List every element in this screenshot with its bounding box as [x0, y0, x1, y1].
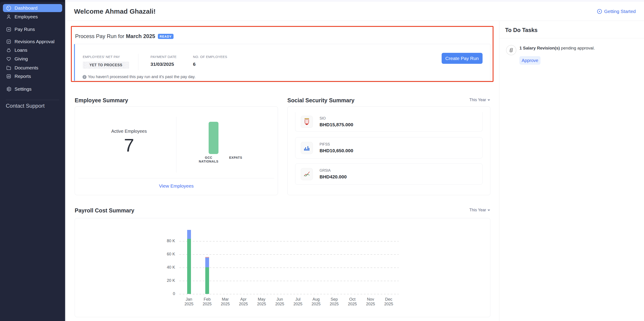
active-employees-count: 7 [75, 136, 183, 155]
sidebar-item-label: Pay Runs [14, 27, 35, 32]
chart-month-label: Feb 2025 [198, 297, 216, 306]
reports-icon [6, 73, 12, 79]
info-icon [82, 75, 86, 79]
social-row-label: SIO [320, 116, 353, 120]
sidebar-item-label: Loans [14, 48, 27, 53]
pay-run-title: Process Pay Run forMarch 2025 READY [75, 33, 174, 39]
employees-icon [6, 14, 12, 20]
social-row-label: GRSIA [320, 169, 346, 173]
chart-ytick-label: 40 K [160, 265, 175, 270]
sidebar-item-dashboard[interactable]: Dashboard [3, 4, 62, 12]
approve-button[interactable]: Approve [520, 56, 540, 65]
chart-month-label: Oct 2025 [343, 297, 362, 306]
chart-month-label: Sep 2025 [325, 297, 344, 306]
payroll-cost-card: 80 K60 K40 K20 K0Jan 2025Feb 2025Mar 202… [75, 218, 490, 317]
card-divider [78, 178, 274, 178]
vertical-divider [176, 117, 176, 173]
dashboard-icon [6, 5, 12, 11]
chart-month-label: Apr 2025 [234, 297, 253, 306]
revisions-approval-icon [6, 39, 12, 45]
chart-month-label: Nov 2025 [361, 297, 380, 306]
view-employees-link[interactable]: View Employees [75, 183, 278, 189]
chevron-down-icon [488, 99, 490, 101]
column-divider [138, 54, 138, 70]
chart-month-label: Jul 2025 [289, 297, 307, 306]
sidebar-divider [6, 100, 59, 100]
active-employees-label: Active Employees [75, 129, 183, 134]
social-row-value: BHD10,650.000 [320, 148, 353, 153]
play-circle-icon [597, 9, 602, 14]
chart-month-label: Dec 2025 [380, 297, 398, 306]
chart-month-label: Aug 2025 [307, 297, 325, 306]
payroll-cost-heading: Payroll Cost Summary [75, 207, 134, 214]
sidebar-item-documents[interactable]: Documents [3, 64, 62, 72]
sidebar-item-label: Revisions Approval [14, 39, 54, 44]
social-security-heading: Social Security Summary [287, 97, 354, 104]
sidebar-surface: Dashboard Employees Pay Runs Revisions A… [0, 2, 65, 321]
chart-ytick-label: 0 [160, 291, 175, 296]
loans-icon [6, 47, 12, 53]
chart-ytick-label: 60 K [160, 252, 175, 256]
chart-ytick-label: 80 K [160, 239, 175, 243]
todo-task-text: 1 Salary Revision(s) pending approval. [520, 46, 595, 51]
chart-month-label: Jan 2025 [180, 297, 198, 306]
sidebar-item-settings[interactable]: Settings [3, 85, 62, 93]
payroll-range-select[interactable]: This Year [469, 208, 490, 212]
sidebar-item-loans[interactable]: Loans [3, 46, 62, 54]
pay-run-info: You haven't processed this pay run and i… [82, 75, 196, 79]
social-row-pifss: PIFSS BHD10,650.000 [295, 137, 482, 158]
sidebar-item-revisions-approval[interactable]: Revisions Approval [3, 37, 62, 46]
sidebar-item-pay-runs[interactable]: Pay Runs [3, 25, 62, 34]
chart-gridline [179, 254, 399, 255]
todo-heading: To Do Tasks [505, 27, 538, 33]
social-security-card: SIO BHD15,875.000 PIFSS BHD10,650.000 GR… [287, 106, 490, 195]
line-chart-icon [301, 168, 313, 180]
chart-ytick-label: 20 K [160, 278, 175, 283]
bahrain-crest-icon [301, 116, 313, 128]
social-row-value: BHD15,875.000 [320, 122, 353, 127]
getting-started-link[interactable]: Getting Started [597, 2, 636, 21]
employee-summary-card: Active Employees 7 GCC NATIONALS EXPATS … [75, 106, 278, 195]
payroll-bar-feb-blue [205, 258, 209, 267]
sidebar: Dashboard Employees Pay Runs Revisions A… [0, 0, 66, 321]
chart-gridline [179, 241, 399, 241]
social-row-grsia: GRSIA BHD420.000 [295, 163, 482, 185]
yet-to-process-chip: YET TO PROCESS [83, 62, 129, 69]
create-pay-run-button[interactable]: Create Pay Run [442, 53, 482, 64]
chevron-down-icon [488, 209, 490, 211]
sidebar-item-label: Settings [14, 86, 32, 92]
chart-gridline [179, 294, 399, 294]
social-row-label: PIFSS [320, 142, 353, 146]
gcc-nationals-bar [209, 122, 218, 154]
expats-label: EXPATS [217, 156, 255, 160]
payment-date-column: PAYMENT DATE 31/03/2025 [150, 55, 177, 67]
ready-status-badge: READY [158, 34, 174, 39]
pay-run-panel: EMPLOYEES' NET PAY YET TO PROCESS PAYMEN… [74, 44, 490, 81]
payroll-bar-jan-green [187, 239, 191, 294]
employee-count-column: NO. OF EMPLOYEES 6 [193, 55, 227, 67]
topbar: Welcome Ahmad Ghazali! Getting Started [66, 2, 644, 21]
sidebar-item-label: Reports [14, 74, 31, 79]
social-range-select[interactable]: This Year [469, 98, 490, 102]
net-pay-column: EMPLOYEES' NET PAY YET TO PROCESS [83, 55, 129, 69]
social-row-value: BHD420.000 [320, 174, 346, 180]
contact-support-link[interactable]: Contact Support [3, 102, 62, 110]
sidebar-item-giving[interactable]: Giving [3, 55, 62, 63]
coins-icon [506, 45, 516, 55]
payroll-bar-feb-red [205, 257, 209, 258]
chart-gridline [179, 267, 399, 268]
chart-month-label: May 2025 [252, 297, 271, 306]
sidebar-item-label: Dashboard [14, 5, 38, 11]
sidebar-item-label: Documents [14, 65, 38, 71]
documents-icon [6, 65, 12, 71]
payroll-bar-feb-green [205, 267, 209, 294]
payment-date-value: 31/03/2025 [150, 62, 177, 67]
sidebar-item-reports[interactable]: Reports [3, 72, 62, 81]
employee-count-value: 6 [193, 62, 227, 67]
social-row-sio: SIO BHD15,875.000 [295, 112, 482, 132]
giving-icon [6, 56, 12, 62]
sidebar-item-employees[interactable]: Employees [3, 13, 62, 21]
todo-divider [499, 38, 644, 38]
chart-gridline [179, 281, 399, 281]
settings-icon [6, 86, 12, 92]
